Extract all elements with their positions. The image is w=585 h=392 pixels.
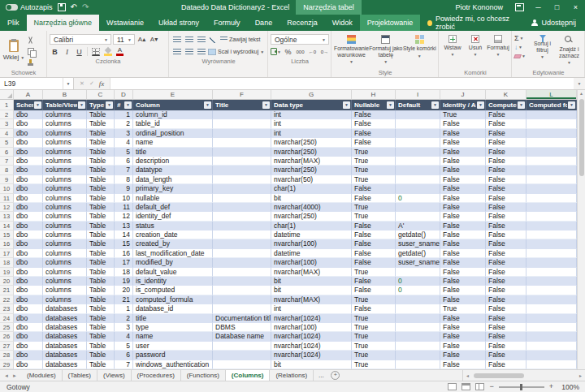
cell[interactable]: True [352,295,396,304]
cell[interactable]: False [486,212,526,221]
cell[interactable]: Documentation title [213,314,271,323]
cell[interactable]: column_id [133,110,213,119]
cell[interactable]: 2 [115,314,133,323]
cell[interactable] [213,166,271,174]
cell[interactable] [526,166,577,174]
row-number-29[interactable]: 29 [0,360,14,369]
cell[interactable]: Table [87,249,115,258]
cell[interactable] [526,323,577,332]
cell[interactable] [213,194,271,203]
cell[interactable]: dbo [14,166,43,174]
cell[interactable]: False [352,184,396,193]
column-header-E[interactable]: E [133,90,213,100]
cell[interactable]: False [352,129,396,138]
cell[interactable] [526,342,577,351]
page-break-view-button[interactable] [475,383,484,390]
cell[interactable] [396,304,440,313]
cell[interactable]: dbo [14,304,43,313]
cell[interactable]: 16 [115,249,133,258]
cell[interactable]: 0 [396,277,440,286]
cell[interactable]: Table [87,268,115,277]
cell[interactable]: True [352,175,396,184]
cell[interactable]: False [440,148,486,157]
cell[interactable]: False [486,286,526,295]
vertical-scroll-thumb[interactable] [579,99,584,176]
cell[interactable]: int [271,304,352,313]
cell[interactable] [526,110,577,119]
bold-button[interactable]: B [50,46,60,57]
cell[interactable]: nvarchar(MAX) [271,268,352,277]
cell[interactable] [213,249,271,258]
cell[interactable]: modified_by [133,258,213,267]
cell[interactable]: nullable [133,194,213,203]
cell[interactable]: Table [87,277,115,286]
tell-me-box[interactable]: Powiedz mi, co chcesz zrobić [420,15,522,31]
wrap-text-button[interactable]: Zawijaj tekst [220,37,261,42]
cell[interactable]: 0 [396,286,440,295]
cell[interactable]: getdate() [396,230,440,239]
row-number-23[interactable]: 23 [0,304,14,313]
cell[interactable] [396,166,440,174]
cell[interactable]: Table [87,258,115,267]
header-cell[interactable]: Default▼ [396,100,440,110]
cell[interactable]: False [440,175,486,184]
cell[interactable] [396,175,440,184]
sheet-tab-tables[interactable]: (Tables) [63,370,98,381]
format-painter-button[interactable] [25,58,36,67]
borders-button[interactable] [90,46,101,57]
cell[interactable] [396,314,440,323]
cell[interactable]: databases [43,304,87,313]
merge-center-button[interactable]: Scal i wyśrodkuj▼ [208,49,264,55]
cell[interactable]: False [486,258,526,267]
cell[interactable]: False [486,304,526,313]
cell[interactable]: False [352,239,396,248]
cell[interactable]: columns [43,129,87,138]
cell[interactable]: ordinal_position [133,129,213,138]
clear-button[interactable]: ▼ [514,53,529,60]
cell[interactable]: columns [43,249,87,258]
cell[interactable]: False [352,249,396,258]
cell[interactable]: columns [43,119,87,128]
row-number-24[interactable]: 24 [0,314,14,323]
sheet-tab-procedures[interactable]: (Procedures) [132,370,181,381]
cell[interactable]: False [440,119,486,128]
cell[interactable]: False [440,314,486,323]
cell[interactable]: description [133,157,213,166]
cell[interactable]: columns [43,184,87,193]
cell[interactable]: True [352,157,396,166]
cell[interactable]: columns [43,175,87,184]
cell[interactable]: database_id [133,304,213,313]
column-header-I[interactable]: I [396,90,440,100]
conditional-formatting-button[interactable]: Formatowanie warunkowe ▼ [334,32,369,68]
cell[interactable]: False [486,323,526,332]
header-cell[interactable]: Nullable▼ [352,100,396,110]
cell[interactable]: default_def [133,203,213,212]
cell[interactable]: False [440,184,486,193]
cell[interactable]: bit [271,286,352,295]
cell[interactable]: dbo [14,194,43,203]
insert-cells-button[interactable]: Wstaw ▼ [441,32,464,68]
cell[interactable]: nvarchar(1024) [271,314,352,323]
zoom-slider[interactable] [499,386,544,388]
cell[interactable]: creation_date [133,230,213,239]
cell[interactable]: 20 [115,286,133,295]
row-number-26[interactable]: 26 [0,332,14,341]
cell[interactable] [213,342,271,351]
cell[interactable]: True [352,342,396,351]
cell[interactable]: Table [87,212,115,221]
cell[interactable] [526,304,577,313]
cell[interactable]: Table [87,323,115,332]
row-number-4[interactable]: 4 [0,129,14,138]
row-number-14[interactable]: 14 [0,222,14,230]
underline-button[interactable]: U [74,46,84,57]
cell[interactable]: nvarchar(100) [271,258,352,267]
cell[interactable]: False [440,286,486,295]
cell[interactable]: is_identity [133,277,213,286]
cell[interactable]: False [352,286,396,295]
cell[interactable]: False [486,268,526,277]
cell[interactable]: nvarchar(MAX) [271,295,352,304]
cell[interactable]: False [486,157,526,166]
cell[interactable]: False [440,239,486,248]
cell[interactable] [213,184,271,193]
cell[interactable]: dbo [14,277,43,286]
